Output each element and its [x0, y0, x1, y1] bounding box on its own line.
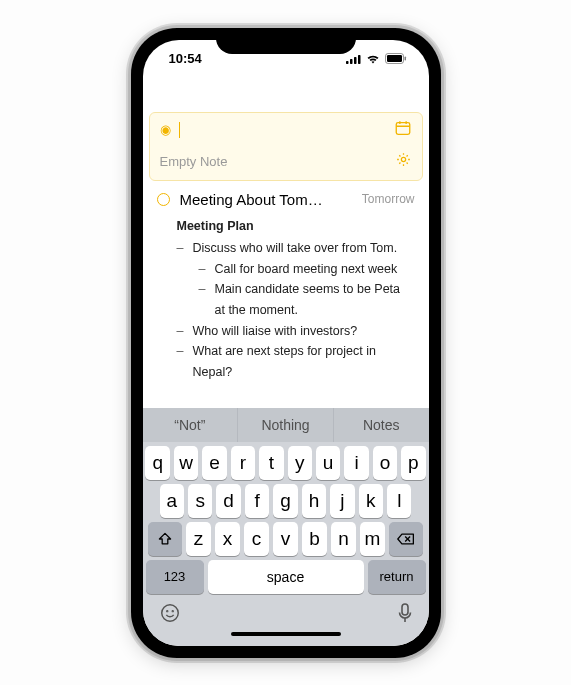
key-numbers[interactable]: 123	[146, 560, 204, 594]
svg-point-15	[166, 610, 167, 611]
keyboard: “Not” Nothing Notes q w e r t y u i o p …	[143, 408, 429, 646]
wifi-icon	[366, 54, 380, 64]
key-p[interactable]: p	[401, 446, 425, 480]
svg-rect-2	[354, 57, 357, 64]
gear-icon[interactable]	[395, 151, 412, 172]
key-l[interactable]: l	[387, 484, 411, 518]
key-o[interactable]: o	[373, 446, 397, 480]
note-heading: Meeting Plan	[177, 216, 413, 237]
note-bullet: Main candidate seems to be Peta at the m…	[215, 279, 413, 320]
svg-rect-17	[402, 604, 408, 615]
key-b[interactable]: b	[302, 522, 327, 556]
svg-point-11	[401, 157, 405, 161]
svg-rect-3	[358, 55, 361, 64]
key-v[interactable]: v	[273, 522, 298, 556]
emoji-icon[interactable]	[159, 602, 181, 628]
key-k[interactable]: k	[359, 484, 383, 518]
key-r[interactable]: r	[231, 446, 255, 480]
key-a[interactable]: a	[160, 484, 184, 518]
note-title: Meeting About Tom…	[180, 191, 352, 208]
svg-rect-5	[387, 55, 402, 62]
key-e[interactable]: e	[202, 446, 226, 480]
note-list-item[interactable]: Meeting About Tom… Tomorrow	[143, 181, 429, 212]
note-date: Tomorrow	[362, 192, 415, 206]
note-bullet: Call for board meeting next week	[215, 259, 398, 280]
key-c[interactable]: c	[244, 522, 269, 556]
nav-bar	[143, 78, 429, 112]
key-space[interactable]: space	[208, 560, 364, 594]
notch	[216, 28, 356, 54]
key-q[interactable]: q	[145, 446, 169, 480]
suggestion[interactable]: Notes	[334, 408, 429, 442]
note-placeholder: Empty Note	[160, 154, 228, 169]
text-cursor	[179, 122, 180, 138]
key-n[interactable]: n	[331, 522, 356, 556]
svg-rect-6	[404, 57, 406, 61]
cellular-signal-icon	[346, 54, 361, 64]
key-shift[interactable]	[148, 522, 182, 556]
key-w[interactable]: w	[174, 446, 198, 480]
bullet-ring-icon	[157, 193, 170, 206]
key-f[interactable]: f	[245, 484, 269, 518]
mic-icon[interactable]	[397, 602, 413, 628]
calendar-icon[interactable]	[394, 119, 412, 141]
suggestion[interactable]: “Not”	[143, 408, 239, 442]
iphone-device-frame: 10:54 ◉	[131, 28, 441, 658]
key-z[interactable]: z	[186, 522, 211, 556]
suggestion[interactable]: Nothing	[238, 408, 334, 442]
key-x[interactable]: x	[215, 522, 240, 556]
key-d[interactable]: d	[216, 484, 240, 518]
key-h[interactable]: h	[302, 484, 326, 518]
key-backspace[interactable]	[389, 522, 423, 556]
key-g[interactable]: g	[273, 484, 297, 518]
note-body[interactable]: Meeting Plan –Discuss who will take over…	[143, 212, 429, 408]
key-s[interactable]: s	[188, 484, 212, 518]
compose-note-card[interactable]: ◉ Empty Note	[149, 112, 423, 181]
key-i[interactable]: i	[344, 446, 368, 480]
svg-rect-1	[350, 59, 353, 64]
note-bullet: Who will liaise with investors?	[193, 321, 358, 342]
svg-rect-0	[346, 61, 349, 64]
key-u[interactable]: u	[316, 446, 340, 480]
key-y[interactable]: y	[288, 446, 312, 480]
key-m[interactable]: m	[360, 522, 385, 556]
screen: 10:54 ◉	[143, 40, 429, 646]
key-return[interactable]: return	[368, 560, 426, 594]
note-bullet: What are next steps for project in Nepal…	[193, 341, 413, 382]
svg-point-14	[161, 604, 178, 621]
bullet-filled-icon: ◉	[160, 122, 171, 137]
note-bullet: Discuss who will take over from Tom.	[193, 238, 398, 259]
key-j[interactable]: j	[330, 484, 354, 518]
svg-point-16	[172, 610, 173, 611]
home-indicator[interactable]	[231, 632, 341, 636]
key-t[interactable]: t	[259, 446, 283, 480]
suggestion-bar: “Not” Nothing Notes	[143, 408, 429, 442]
battery-icon	[385, 53, 407, 64]
status-time: 10:54	[169, 51, 202, 66]
svg-rect-7	[396, 122, 410, 134]
